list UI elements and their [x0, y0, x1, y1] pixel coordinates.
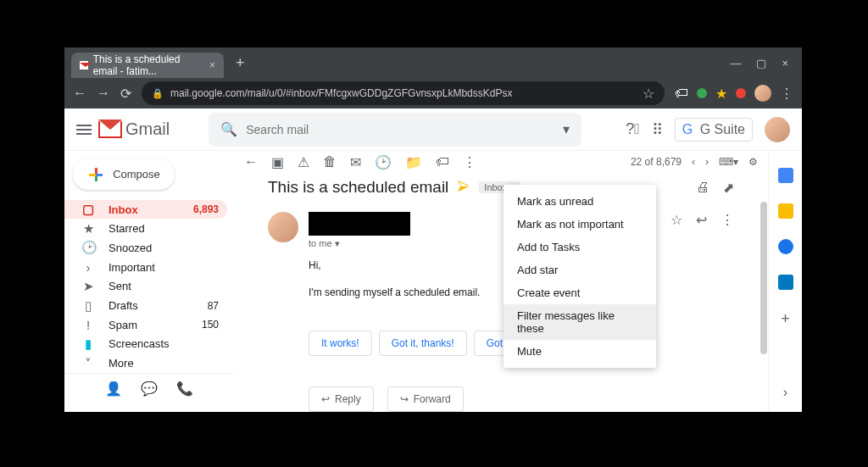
settings-icon[interactable]: ⚙ — [748, 156, 758, 168]
compose-button[interactable]: Compose — [73, 159, 175, 190]
search-input[interactable] — [246, 123, 563, 136]
open-new-window-icon[interactable]: ⬈ — [723, 180, 734, 196]
scrollbar[interactable] — [760, 202, 767, 354]
hangouts-icon[interactable]: 💬 — [141, 381, 158, 397]
trello-addon-icon[interactable] — [778, 275, 793, 290]
contacts-icon[interactable]: 👤 — [105, 381, 122, 397]
reload-button[interactable]: ⟳ — [120, 86, 131, 102]
sidebar-item-sent[interactable]: ➤Sent — [64, 276, 227, 296]
side-panel-toggle-icon[interactable]: › — [783, 385, 787, 412]
chevron-down-icon: ˅ — [81, 356, 95, 371]
bookmark-star-icon[interactable]: ☆ — [643, 86, 654, 102]
forward-button[interactable]: → — [97, 86, 110, 101]
extensions: 🏷 ★ ⋮ — [675, 85, 793, 102]
smart-reply-2[interactable]: Got it, thanks! — [379, 331, 467, 356]
smart-reply-1[interactable]: It works! — [309, 331, 372, 356]
sidebar-item-screencasts[interactable]: ▮Screencasts — [64, 335, 227, 354]
browser-menu-icon[interactable]: ⋮ — [780, 86, 793, 102]
forward-button[interactable]: ↪Forward — [387, 386, 464, 412]
compose-plus-icon — [87, 166, 104, 183]
message-more-icon[interactable]: ⋮ — [721, 212, 734, 228]
spam-count: 150 — [202, 319, 219, 331]
forward-label: Forward — [414, 393, 451, 405]
subject-text: This is a scheduled email — [268, 178, 448, 197]
inbox-icon: ▢ — [81, 202, 95, 217]
back-to-inbox-icon[interactable]: ← — [244, 154, 258, 170]
search-options-icon[interactable]: ▾ — [563, 121, 570, 137]
minimize-button[interactable]: — — [730, 57, 741, 69]
sent-icon: ➤ — [81, 279, 95, 294]
labels-icon[interactable]: 🏷 — [436, 154, 449, 170]
app-header: Gmail 🔍 ▾ ?⃝ ⠿ G G Suite — [64, 108, 802, 151]
important-marker-icon[interactable]: ⮚ — [457, 180, 470, 195]
new-tab-button[interactable]: + — [236, 54, 245, 72]
menu-create-event[interactable]: Create event — [504, 281, 656, 304]
ext-tag-icon[interactable]: 🏷 — [675, 86, 688, 101]
snooze-icon[interactable]: 🕑 — [375, 154, 392, 170]
gmail-logo-icon — [98, 121, 122, 138]
menu-mark-not-important[interactable]: Mark as not important — [504, 213, 656, 236]
gmail-logo[interactable]: Gmail — [98, 120, 170, 139]
move-to-icon[interactable]: 📁 — [405, 154, 422, 170]
reply-button[interactable]: ↩Reply — [309, 386, 374, 412]
menu-mute[interactable]: Mute — [504, 340, 656, 363]
sidebar-item-spam[interactable]: !Spam150 — [64, 315, 227, 335]
ext-red-icon[interactable] — [736, 88, 746, 98]
back-button[interactable]: ← — [73, 86, 86, 101]
input-tools-icon[interactable]: ⌨▾ — [719, 156, 738, 168]
gsuite-text: G Suite — [700, 122, 745, 137]
close-button[interactable]: × — [782, 57, 788, 69]
reply-label: Reply — [335, 393, 361, 405]
subject-row: This is a scheduled email ⮚ Inbox × 🖨 ⬈ — [268, 178, 734, 197]
archive-icon[interactable]: ▣ — [271, 154, 284, 170]
apps-grid-icon[interactable]: ⠿ — [652, 120, 663, 139]
mark-unread-icon[interactable]: ✉ — [350, 154, 361, 170]
menu-mark-unread[interactable]: Mark as unread — [504, 190, 656, 213]
account-avatar[interactable] — [765, 117, 790, 142]
menu-add-tasks[interactable]: Add to Tasks — [504, 236, 656, 259]
phone-icon[interactable]: 📞 — [176, 381, 193, 397]
sidebar-item-more[interactable]: ˅More — [64, 353, 227, 373]
message-area: This is a scheduled email ⮚ Inbox × 🖨 ⬈ … — [234, 173, 768, 412]
subject-actions: 🖨 ⬈ — [696, 180, 734, 196]
reply-icon[interactable]: ↩ — [696, 212, 707, 228]
next-page-icon[interactable]: › — [705, 156, 709, 168]
url-field[interactable]: 🔒 mail.google.com/mail/u/0/#inbox/FMfcgx… — [142, 81, 665, 105]
url-text: mail.google.com/mail/u/0/#inbox/FMfcgxwG… — [170, 87, 512, 99]
ext-star-icon[interactable]: ★ — [715, 86, 727, 102]
prev-page-icon[interactable]: ‹ — [692, 156, 695, 168]
search-box[interactable]: 🔍 ▾ — [209, 113, 581, 147]
sidebar-item-starred[interactable]: ★Starred — [64, 219, 227, 238]
maximize-button[interactable]: ▢ — [756, 57, 766, 69]
report-spam-icon[interactable]: ⚠ — [298, 154, 309, 170]
sidebar-item-important[interactable]: ›Important — [64, 258, 227, 277]
reply-arrow-icon: ↩ — [321, 393, 330, 405]
browser-window: This is a scheduled email - fatim... × +… — [64, 47, 802, 412]
menu-add-star[interactable]: Add star — [504, 259, 656, 281]
calendar-addon-icon[interactable] — [778, 168, 793, 183]
more-actions-icon[interactable]: ⋮ — [463, 154, 476, 170]
menu-filter-messages[interactable]: Filter messages like these — [504, 304, 656, 340]
add-addon-icon[interactable]: + — [781, 310, 790, 328]
toolbar-right: 22 of 8,679 ‹ › ⌨▾ ⚙ — [631, 156, 758, 168]
label-icon: ▮ — [81, 336, 95, 352]
help-icon[interactable]: ?⃝ — [626, 120, 640, 138]
star-message-icon[interactable]: ☆ — [670, 212, 682, 228]
browser-tab[interactable]: This is a scheduled email - fatim... × — [71, 53, 224, 78]
reply-forward-row: ↩Reply ↪Forward — [309, 375, 734, 412]
ext-green-icon[interactable] — [697, 88, 707, 98]
sidebar-item-inbox[interactable]: ▢Inbox6,893 — [64, 200, 227, 220]
sidebar-footer: 👤 💬 📞 — [64, 373, 234, 403]
starred-label: Starred — [108, 222, 145, 235]
profile-avatar[interactable] — [754, 85, 771, 102]
snoozed-label: Snoozed — [108, 242, 152, 254]
tasks-addon-icon[interactable] — [778, 239, 793, 254]
print-icon[interactable]: 🖨 — [696, 180, 709, 196]
sidebar-item-snoozed[interactable]: 🕑Snoozed — [64, 238, 227, 258]
tab-close-icon[interactable]: × — [209, 59, 215, 71]
sidebar-item-drafts[interactable]: ▯Drafts87 — [64, 296, 227, 315]
gsuite-badge[interactable]: G G Suite — [675, 118, 753, 142]
delete-icon[interactable]: 🗑 — [323, 154, 337, 170]
keep-addon-icon[interactable] — [778, 203, 793, 219]
main-menu-button[interactable] — [76, 125, 92, 135]
